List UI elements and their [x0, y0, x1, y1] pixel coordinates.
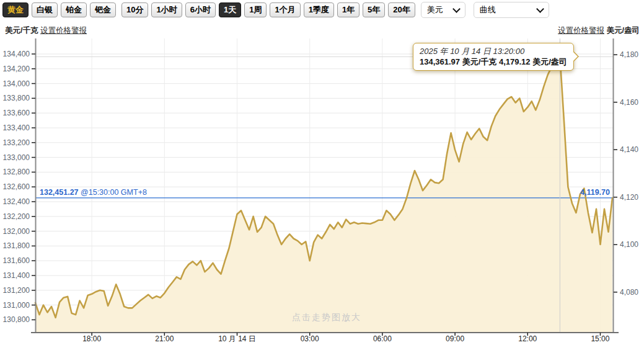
tooltip-oz-unit: 美元/盎司	[532, 57, 567, 66]
tooltip-kg-unit: 美元/千克	[462, 57, 497, 66]
time-axis-label: 18:00	[82, 334, 101, 343]
last-price-time: @15:30:00 GMT+8	[79, 188, 147, 197]
left-axis-label: 131,000	[3, 301, 30, 310]
left-axis-label: 132,000	[3, 227, 30, 236]
time-axis-label: 09:00	[446, 334, 464, 343]
right-axis-label: 4,160	[620, 98, 638, 107]
tooltip-oz-value: 4,179.12	[499, 57, 531, 66]
left-axis-label: 131,200	[3, 286, 30, 295]
left-axis-label: 133,200	[3, 138, 30, 147]
left-axis-label: 132,200	[3, 212, 30, 221]
left-axis-label: 133,600	[3, 109, 30, 117]
right-axis-label: 4,100	[620, 240, 638, 249]
time-axis-label: 10 月 14 日	[218, 334, 256, 343]
left-axis-label: 132,800	[3, 168, 30, 176]
left-axis-label: 132,400	[3, 197, 30, 206]
time-axis-label: 12:00	[518, 334, 537, 343]
right-axis-label: 4,080	[620, 288, 638, 297]
time-axis-label: 06:00	[373, 334, 392, 343]
chart-tooltip: 2025 年 10 月 14 日 13:20:00 134,361.97 美元/…	[413, 43, 574, 71]
left-axis-label: 133,400	[3, 123, 30, 132]
left-axis-label: 130,800	[3, 315, 30, 324]
right-axis-label: 4,120	[620, 193, 638, 202]
last-price-value: 132,451.27	[40, 188, 79, 197]
left-axis-label: 131,800	[3, 241, 30, 250]
left-axis-label: 131,600	[3, 256, 30, 265]
time-axis-label: 21:00	[155, 334, 174, 343]
tooltip-date: 2025 年 10 月 14 日 13:20:00	[420, 46, 567, 56]
time-axis-label: 03:00	[301, 334, 319, 343]
right-axis-label: 4,140	[620, 145, 638, 154]
right-axis-label: 4,180	[620, 50, 638, 59]
left-axis-label: 134,400	[3, 50, 30, 58]
tooltip-arrow-icon	[573, 52, 578, 61]
left-axis-label: 133,000	[3, 153, 30, 162]
left-axis-label: 132,600	[3, 182, 30, 191]
tooltip-kg-value: 134,361.97	[420, 57, 460, 66]
left-axis-label: 131,400	[3, 271, 30, 280]
left-axis-label: 134,000	[3, 79, 30, 88]
time-axis-label: 15:00	[591, 334, 609, 343]
last-price-label: 132,451.27 @15:30:00 GMT+8	[40, 188, 147, 197]
watermark[interactable]: 点击走势图放大	[271, 312, 382, 323]
last-price-right-label: 4,119.70	[565, 188, 610, 197]
gold-price-chart-app: 黄金白银铂金钯金 10分1小时6小时1天1周1个月1季度1年5年20年 美元 曲…	[0, 0, 644, 345]
tooltip-values: 134,361.97 美元/千克 4,179.12 美元/盎司	[420, 56, 567, 67]
left-axis-label: 134,200	[3, 65, 30, 73]
left-axis-label: 133,800	[3, 94, 30, 102]
